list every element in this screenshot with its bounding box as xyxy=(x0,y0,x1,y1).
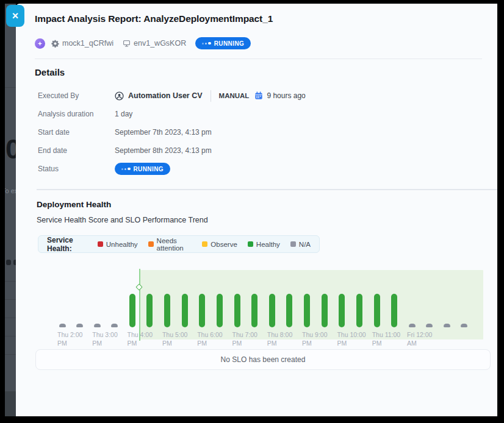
x-axis-tick-label: Thu 2:00PM xyxy=(57,331,96,347)
legend-item-healthy[interactable]: Healthy xyxy=(248,241,280,248)
vertical-separator xyxy=(211,90,211,102)
close-button[interactable]: × xyxy=(6,5,24,27)
executed-by-user: Automation User CV xyxy=(128,91,203,100)
legend-label: Needs attention xyxy=(157,237,192,252)
legend-label: Observe xyxy=(211,241,237,248)
health-bar-healthy xyxy=(199,294,205,327)
header-divider xyxy=(35,59,482,59)
running-animation-icon xyxy=(121,168,131,171)
legend-label: N/A xyxy=(299,241,311,248)
slo-empty-state: No SLO has been created xyxy=(35,349,491,370)
end-date-row: End date September 8th 2023, 4:13 pm xyxy=(38,141,465,160)
executed-by-value: Automation User CV MANUAL 9 hours ago xyxy=(115,90,306,102)
background-row-line xyxy=(5,336,16,336)
deployment-health-subtitle: Service Health Score and SLO Performance… xyxy=(37,216,208,224)
x-axis-tick-label: Thu 9:00PM xyxy=(302,331,341,347)
legend-label: Healthy xyxy=(256,241,280,248)
health-bar-healthy xyxy=(182,294,188,327)
health-bar-healthy xyxy=(234,294,240,327)
health-marker-na xyxy=(461,324,467,327)
background-text: To exp xyxy=(5,187,16,194)
sparkle-icon xyxy=(37,40,43,47)
background-shape xyxy=(6,260,11,265)
health-bar-healthy xyxy=(304,294,310,327)
health-bar-healthy xyxy=(217,294,223,327)
legend-item-unhealthy[interactable]: Unhealthy xyxy=(98,241,138,248)
health-marker-na xyxy=(94,324,101,327)
impact-analysis-report-drawer: Impact Analysis Report: AnalyzeDeploymen… xyxy=(16,4,497,416)
status-label: Status xyxy=(38,165,115,173)
status-badge-running: RUNNING xyxy=(195,37,251,49)
status-badge-label: RUNNING xyxy=(134,166,164,172)
health-bar-healthy xyxy=(269,294,275,327)
background-row-line xyxy=(5,299,16,300)
health-bar-healthy xyxy=(164,294,170,327)
legend-swatch xyxy=(202,241,207,247)
health-marker-na xyxy=(409,324,416,327)
x-axis-tick-label: Thu 6:00PM xyxy=(197,331,236,347)
health-marker-na xyxy=(111,324,118,327)
background-metric: 0 xyxy=(5,133,16,165)
legend-swatch xyxy=(290,241,296,247)
health-bar-healthy xyxy=(129,294,135,327)
analysis-window-shade xyxy=(140,270,483,339)
background-divider xyxy=(5,87,16,88)
legend-swatch xyxy=(248,241,253,247)
x-axis-tick-label: Thu 3:00PM xyxy=(92,331,131,347)
status-row: Status RUNNING xyxy=(38,160,465,178)
report-meta-row: mock1_qCRfwi env1_wGsKOR RUNNING xyxy=(35,37,251,50)
details-table: Executed By Automation User CV MANUAL xyxy=(38,87,465,178)
legend-label: Unhealthy xyxy=(106,241,138,248)
x-axis-tick-label: Thu 11:00PM xyxy=(372,331,411,347)
section-divider xyxy=(37,189,497,190)
background-row-line xyxy=(5,318,16,318)
trigger-type: MANUAL xyxy=(219,92,250,99)
health-marker-na xyxy=(426,324,433,327)
start-date-value: September 7th 2023, 4:13 pm xyxy=(115,128,212,137)
analysis-duration-row: Analysis duration 1 day xyxy=(38,105,465,123)
x-axis-tick-label: Thu 7:00PM xyxy=(232,331,272,347)
calendar-icon xyxy=(254,91,263,100)
x-axis-tick-label: Thu 8:00PM xyxy=(267,331,306,347)
legend-swatch xyxy=(98,241,103,247)
health-marker-na xyxy=(76,324,83,327)
background-footer xyxy=(5,391,16,416)
background-page-strip: 0 To exp xyxy=(5,4,16,416)
executed-by-label: Executed By xyxy=(38,91,115,100)
impact-analysis-app-icon xyxy=(35,38,45,49)
user-avatar-icon xyxy=(115,91,124,101)
health-bar-healthy xyxy=(391,294,397,327)
environment-meta: env1_wGsKOR xyxy=(123,39,186,48)
health-bar-healthy xyxy=(339,294,345,327)
x-axis-tick-label: Thu 10:00PM xyxy=(337,331,376,347)
status-value: RUNNING xyxy=(115,163,170,175)
automation-name: mock1_qCRfwi xyxy=(62,39,113,48)
background-row-line xyxy=(5,281,16,282)
analysis-duration-value: 1 day xyxy=(115,110,132,118)
report-title: Impact Analysis Report: AnalyzeDeploymen… xyxy=(35,13,273,24)
background-row-line xyxy=(5,354,16,355)
end-date-value: September 8th 2023, 4:13 pm xyxy=(115,146,212,155)
status-badge-running: RUNNING xyxy=(115,163,170,175)
legend-swatch xyxy=(148,241,154,247)
running-animation-icon xyxy=(202,42,211,45)
x-axis-tick-label: Thu 4:00PM xyxy=(128,331,167,347)
service-health-chart[interactable]: Thu 2:00PMThu 3:00PMThu 4:00PMThu 5:00PM… xyxy=(38,259,494,350)
executed-time-ago: 9 hours ago xyxy=(267,91,305,100)
end-date-label: End date xyxy=(38,146,115,155)
analysis-duration-label: Analysis duration xyxy=(38,110,115,118)
health-bar-healthy xyxy=(356,294,362,327)
screen: 0 To exp × Impact Analysis Report: Analy… xyxy=(0,0,504,423)
legend-item-observe[interactable]: Observe xyxy=(202,241,237,248)
details-heading: Details xyxy=(35,67,65,77)
legend-title: Service Health: xyxy=(47,236,87,253)
executed-by-row: Executed By Automation User CV MANUAL xyxy=(38,87,465,105)
health-bar-healthy xyxy=(146,294,153,327)
legend-item-n-a[interactable]: N/A xyxy=(290,241,311,248)
x-axis-tick-label: Fri 12:00AM xyxy=(407,331,446,347)
environment-name: env1_wGsKOR xyxy=(134,39,186,48)
start-date-row: Start date September 7th 2023, 4:13 pm xyxy=(38,123,465,141)
status-badge-label: RUNNING xyxy=(214,40,244,47)
deployment-health-heading: Deployment Health xyxy=(37,200,111,209)
legend-item-needs-attention[interactable]: Needs attention xyxy=(148,237,192,252)
